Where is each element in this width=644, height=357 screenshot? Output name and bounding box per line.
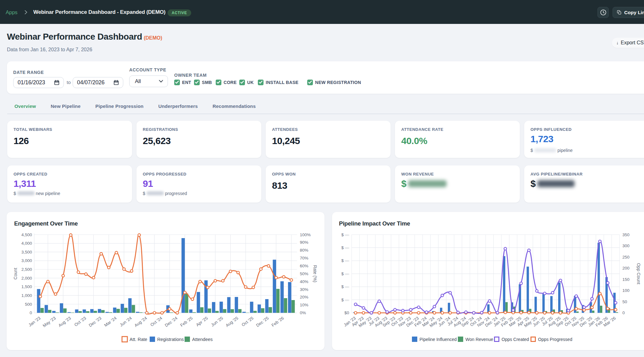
svg-text:Opps Created: Opps Created xyxy=(502,337,529,342)
svg-text:100%: 100% xyxy=(300,232,311,237)
svg-text:Won Revenue: Won Revenue xyxy=(465,337,493,342)
svg-text:Oct '24: Oct '24 xyxy=(150,315,163,327)
svg-text:40%: 40% xyxy=(300,279,308,284)
svg-text:Apr '25: Apr '25 xyxy=(195,316,209,327)
svg-text:Jun '25: Jun '25 xyxy=(210,316,224,327)
svg-text:3,000: 3,000 xyxy=(21,258,32,263)
svg-text:250: 250 xyxy=(622,255,630,259)
svg-text:100: 100 xyxy=(622,288,630,293)
svg-text:300: 300 xyxy=(622,243,630,248)
svg-text:1,000: 1,000 xyxy=(21,293,32,298)
svg-text:Mar '24: Mar '24 xyxy=(103,315,118,328)
svg-text:Att. Rate: Att. Rate xyxy=(130,337,147,342)
svg-text:$0: $0 xyxy=(344,310,349,315)
svg-text:60%: 60% xyxy=(300,264,308,268)
svg-text:Jun '24: Jun '24 xyxy=(119,315,133,327)
svg-text:Jan '23: Jan '23 xyxy=(28,316,42,327)
svg-text:90%: 90% xyxy=(300,240,308,245)
svg-text:0%: 0% xyxy=(300,310,306,315)
svg-text:$ ---: $ --- xyxy=(341,284,349,289)
svg-text:Feb '25: Feb '25 xyxy=(179,316,193,328)
svg-text:Oct '25: Oct '25 xyxy=(241,316,254,327)
svg-text:2,000: 2,000 xyxy=(21,276,32,281)
svg-text:Aug '24: Aug '24 xyxy=(134,315,148,328)
svg-text:$ ---: $ --- xyxy=(341,245,349,250)
svg-text:1,500: 1,500 xyxy=(21,284,32,289)
svg-text:Feb '26: Feb '26 xyxy=(271,316,285,328)
svg-text:350: 350 xyxy=(622,232,630,237)
svg-text:50%: 50% xyxy=(300,271,308,276)
svg-text:10%: 10% xyxy=(300,303,308,307)
svg-text:20%: 20% xyxy=(300,295,308,299)
svg-text:Count: Count xyxy=(13,268,18,279)
svg-text:150: 150 xyxy=(622,277,630,282)
svg-text:$ ---: $ --- xyxy=(341,232,349,237)
svg-text:$ ---: $ --- xyxy=(341,271,349,276)
svg-text:Dec '23: Dec '23 xyxy=(88,316,103,328)
svg-text:Registrations: Registrations xyxy=(157,337,184,342)
svg-text:Aug '25: Aug '25 xyxy=(225,316,239,328)
svg-text:80%: 80% xyxy=(300,248,308,253)
svg-text:Aug '23: Aug '23 xyxy=(58,316,72,328)
svg-text:Dec '25: Dec '25 xyxy=(255,316,270,328)
svg-text:50: 50 xyxy=(622,299,627,304)
svg-text:Attendees: Attendees xyxy=(192,337,213,342)
svg-text:$ ---: $ --- xyxy=(341,298,349,302)
svg-text:Opp Count: Opp Count xyxy=(636,263,641,284)
svg-text:500: 500 xyxy=(25,302,32,307)
svg-text:Rate (%): Rate (%) xyxy=(313,265,318,282)
svg-text:0: 0 xyxy=(30,310,32,315)
svg-text:Pipeline Influenced: Pipeline Influenced xyxy=(419,337,457,342)
svg-text:30%: 30% xyxy=(300,287,308,292)
svg-text:Oct '23: Oct '23 xyxy=(74,316,87,327)
svg-text:Opps Progressed: Opps Progressed xyxy=(538,337,572,342)
svg-text:3,500: 3,500 xyxy=(21,250,32,254)
svg-text:2,500: 2,500 xyxy=(21,267,32,272)
svg-text:$ ---: $ --- xyxy=(341,258,349,263)
svg-text:200: 200 xyxy=(622,266,630,271)
svg-text:4,000: 4,000 xyxy=(21,241,32,246)
svg-text:4,500: 4,500 xyxy=(21,232,32,237)
svg-text:70%: 70% xyxy=(300,256,308,260)
svg-text:0: 0 xyxy=(622,310,625,315)
svg-text:May '23: May '23 xyxy=(42,316,57,328)
svg-text:Dec '24: Dec '24 xyxy=(164,315,178,328)
